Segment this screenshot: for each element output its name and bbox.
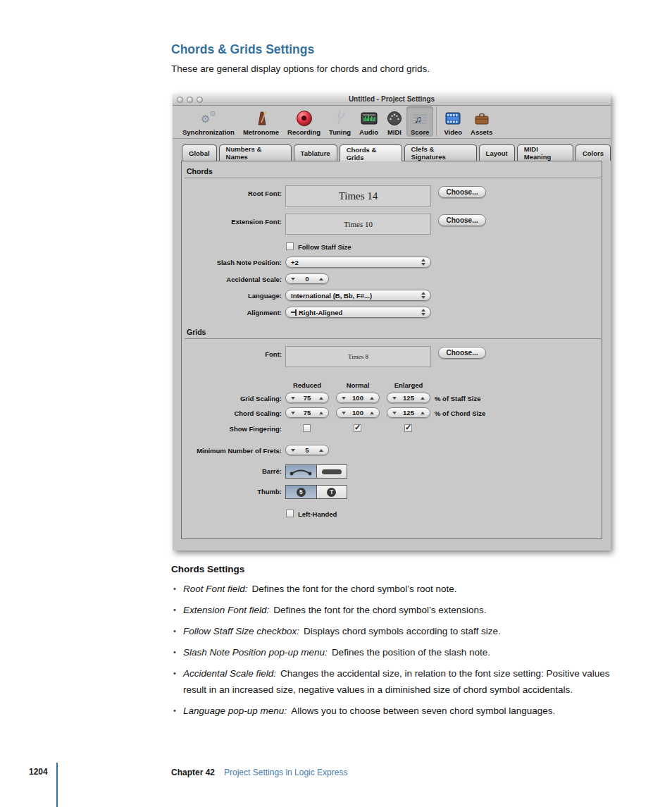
- stepper-down-icon[interactable]: [291, 278, 295, 281]
- chords-settings-copy: Chords Settings Root Font field:Defines …: [171, 564, 629, 724]
- follow-staff-size-checkbox[interactable]: [286, 242, 294, 250]
- stepper-up-icon[interactable]: [421, 412, 425, 414]
- thumb-number-option[interactable]: 5: [286, 486, 316, 498]
- tuning-fork-icon: [332, 109, 348, 128]
- toolbar-item-recording[interactable]: Recording: [283, 106, 325, 137]
- stepper-down-icon[interactable]: [291, 412, 295, 414]
- tab-numbers-names[interactable]: Numbers & Names: [219, 144, 292, 161]
- column-header-reduced: Reduced: [285, 381, 329, 389]
- alignment-popup[interactable]: Right-Aligned: [285, 307, 431, 318]
- record-icon: [297, 109, 312, 128]
- toolbar-item-synchronization[interactable]: ⚙⚙ Synchronization: [178, 106, 239, 137]
- toolbar-item-metronome[interactable]: Metronome: [239, 106, 283, 137]
- project-settings-window: Untitled - Project Settings ⚙⚙ Synchroni…: [173, 94, 611, 550]
- right-align-icon: [291, 309, 297, 316]
- toolbar-item-video[interactable]: Video: [440, 106, 466, 137]
- language-popup[interactable]: International (B, Bb, F#...): [285, 290, 431, 301]
- toolbar-item-midi[interactable]: MIDI: [382, 106, 406, 137]
- chord-scaling-reduced-stepper[interactable]: 75: [285, 407, 329, 418]
- grid-scaling-normal-stepper[interactable]: 100: [336, 393, 380, 403]
- extension-font-choose-button[interactable]: Choose...: [438, 214, 486, 226]
- stepper-down-icon[interactable]: [342, 412, 346, 414]
- tab-global[interactable]: Global: [182, 144, 217, 161]
- barre-bar-option[interactable]: [316, 465, 347, 478]
- toolbar-item-tuning[interactable]: Tuning: [325, 106, 355, 137]
- window-titlebar: Untitled - Project Settings: [173, 94, 611, 106]
- stepper-up-icon[interactable]: [421, 397, 425, 400]
- chapter-label: Chapter 42: [171, 768, 215, 777]
- popup-arrows-icon: [421, 259, 425, 266]
- stepper-up-icon[interactable]: [370, 412, 374, 414]
- root-font-field: Times 14: [285, 185, 431, 207]
- page-title: Chords & Grids Settings: [171, 42, 314, 57]
- language-label: Language:: [183, 292, 282, 300]
- score-notes-icon: ♫: [411, 109, 428, 128]
- show-fingering-normal-checkbox[interactable]: ✓: [354, 424, 361, 432]
- column-header-normal: Normal: [336, 381, 380, 389]
- list-item: Follow Staff Size checkbox:Displays chor…: [171, 623, 629, 639]
- column-header-enlarged: Enlarged: [387, 381, 430, 389]
- toolbar-separator: [436, 106, 437, 137]
- tab-colors[interactable]: Colors: [575, 144, 611, 161]
- midi-connector-icon: [387, 109, 402, 128]
- stepper-up-icon[interactable]: [319, 397, 323, 400]
- thumb-t-option[interactable]: T: [316, 486, 347, 498]
- left-handed-checkbox[interactable]: [286, 510, 294, 517]
- barre-arc-option[interactable]: [286, 465, 316, 478]
- chord-scaling-suffix: % of Chord Size: [435, 409, 485, 417]
- tab-chords-grids[interactable]: Chords & Grids: [340, 144, 402, 161]
- stepper-down-icon[interactable]: [392, 397, 397, 400]
- stepper-down-icon[interactable]: [342, 397, 346, 400]
- bullet-list: Root Font field:Defines the font for the…: [171, 581, 629, 719]
- barre-arc-icon: [288, 467, 313, 476]
- tab-tablature[interactable]: Tablature: [294, 144, 337, 161]
- chords-section-label: Chords: [187, 167, 213, 175]
- toolbar-item-audio[interactable]: Audio: [355, 106, 382, 137]
- thumb-segmented-control: 5 T: [285, 485, 347, 499]
- svg-text:♫: ♫: [414, 113, 422, 125]
- stepper-down-icon[interactable]: [392, 412, 397, 414]
- root-font-choose-button[interactable]: Choose...: [438, 186, 486, 198]
- toolbar-item-assets[interactable]: Assets: [466, 106, 497, 137]
- show-fingering-label: Show Fingering:: [183, 425, 282, 433]
- thumb-t-badge: T: [327, 488, 336, 497]
- grids-font-choose-button[interactable]: Choose...: [438, 347, 486, 359]
- follow-staff-size-label: Follow Staff Size: [298, 243, 351, 251]
- min-frets-stepper[interactable]: 5: [285, 445, 329, 455]
- grid-scaling-reduced-stepper[interactable]: 75: [285, 393, 329, 403]
- check-icon: ✓: [405, 424, 411, 431]
- grid-scaling-label: Grid Scaling:: [183, 395, 282, 402]
- gears-icon: ⚙⚙: [199, 109, 218, 128]
- thumb-5-badge: 5: [297, 488, 306, 497]
- manual-page: Chords & Grids Settings These are genera…: [0, 0, 672, 807]
- grids-font-label: Font:: [183, 350, 282, 358]
- show-fingering-enlarged-checkbox[interactable]: ✓: [404, 424, 412, 432]
- filmstrip-icon: [445, 109, 461, 128]
- footer-rule: [56, 763, 58, 807]
- stepper-up-icon[interactable]: [319, 449, 323, 452]
- accidental-scale-stepper[interactable]: 0: [285, 273, 329, 284]
- slash-note-position-popup[interactable]: +2: [285, 257, 431, 268]
- left-handed-label: Left-Handed: [298, 510, 337, 518]
- stepper-up-icon[interactable]: [370, 397, 374, 400]
- chords-section-divider: [185, 178, 601, 178]
- stepper-down-icon[interactable]: [291, 449, 295, 452]
- stepper-up-icon[interactable]: [319, 278, 323, 281]
- stepper-down-icon[interactable]: [291, 397, 295, 400]
- chord-scaling-label: Chord Scaling:: [183, 409, 282, 417]
- extension-font-label: Extension Font:: [183, 218, 282, 226]
- tab-layout[interactable]: Layout: [479, 144, 515, 161]
- chapter-title-link[interactable]: Project Settings in Logic Express: [224, 768, 347, 777]
- grid-scaling-enlarged-stepper[interactable]: 125: [387, 393, 430, 403]
- stepper-up-icon[interactable]: [319, 412, 323, 414]
- chord-scaling-normal-stepper[interactable]: 100: [336, 407, 380, 418]
- grids-font-field: Times 8: [285, 346, 431, 367]
- section-heading: Chords Settings: [171, 564, 629, 574]
- extension-font-field: Times 10: [285, 214, 431, 235]
- toolbar-item-score[interactable]: ♫ Score: [406, 106, 433, 137]
- tab-clefs-signatures[interactable]: Clefs & Signatures: [404, 144, 477, 161]
- barre-bar-icon: [322, 469, 342, 474]
- show-fingering-reduced-checkbox[interactable]: [303, 424, 311, 432]
- chord-scaling-enlarged-stepper[interactable]: 125: [387, 407, 430, 418]
- tab-midi-meaning[interactable]: MIDI Meaning: [517, 144, 573, 161]
